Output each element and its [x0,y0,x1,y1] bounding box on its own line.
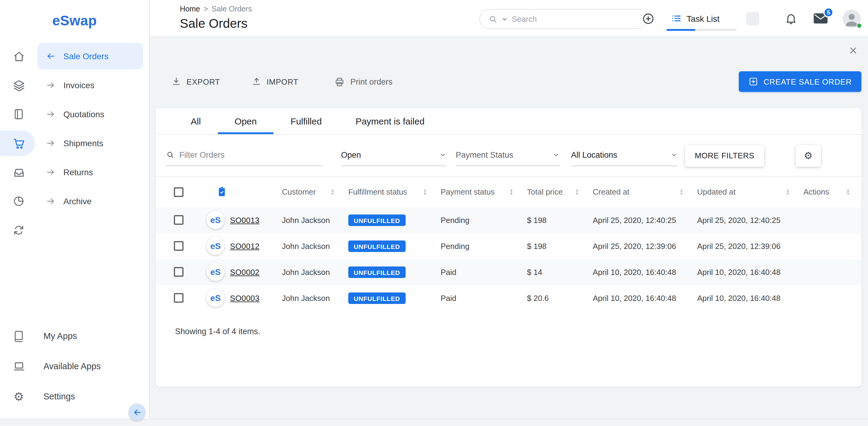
row-checkbox[interactable] [174,267,184,277]
orders-card: All Open Fulfilled Payment is failed Ope… [156,108,861,387]
task-list-label: Task List [687,13,719,23]
column-header-customer[interactable]: Customer▴▾ [279,188,346,197]
sidebar-item-label: Archive [63,196,91,206]
table-settings-button[interactable]: ⚙ [796,145,821,167]
arrow-right-icon [46,138,56,148]
create-sale-order-button[interactable]: CREATE SALE ORDER [739,71,861,92]
mail-badge: 5 [823,7,834,18]
export-button[interactable]: EXPORT [172,77,220,86]
create-sale-order-label: CREATE SALE ORDER [764,77,852,86]
import-label: IMPORT [267,77,298,86]
sidebar-item-invoices[interactable]: Invoices [0,71,149,100]
sort-icon[interactable]: ▴▾ [576,189,578,196]
sidebar-item-shipments[interactable]: Shipments [0,129,149,158]
order-link[interactable]: SO0002 [230,267,259,277]
payment-status-select[interactable]: Payment Status [456,145,560,166]
print-orders-button[interactable]: Print orders [335,77,393,87]
task-list-icon [670,13,682,24]
actions-cell [801,233,861,259]
messages-button[interactable]: 5 [813,12,828,25]
sidebar-item-available-apps[interactable]: Available Apps [0,351,149,381]
filter-orders-input[interactable] [179,150,323,159]
home-icon [12,50,25,62]
sidebar-item-settings[interactable]: ⚙ Settings [0,381,149,411]
sidebar-item-my-apps[interactable]: My Apps [0,321,149,351]
updated-at-cell: April 25, 2020, 12:40:25 [695,207,801,233]
total-price-cell: $ 198 [525,233,590,259]
eswap-logo: eSwap [52,13,97,29]
sidebar-item-archive[interactable]: Archive [0,187,149,216]
printer-icon [335,77,345,87]
status-select[interactable]: Open [341,145,446,166]
actions-cell [801,207,861,233]
order-link[interactable]: SO0013 [230,216,259,225]
arrow-right-icon [46,80,56,90]
created-at-cell: April 25, 2020, 12:39:06 [590,233,695,259]
sidebar-item-label: Sale Orders [63,51,108,61]
user-avatar[interactable] [843,9,861,28]
horizontal-scrollbar-track[interactable] [0,419,868,426]
select-all-checkbox[interactable] [174,187,184,197]
order-link[interactable]: SO0012 [230,242,259,251]
created-at-cell: April 10, 2020, 16:40:48 [590,259,695,285]
orders-toolbar: EXPORT IMPORT Print orders CREATE SALE O… [156,71,861,92]
sort-icon[interactable]: ▴▾ [786,189,789,196]
column-header-created[interactable]: Created at▴▾ [590,188,695,197]
sort-icon[interactable]: ▴▾ [424,189,426,196]
tab-all[interactable]: All [174,108,218,134]
apps-icon[interactable] [746,12,760,25]
column-header-total[interactable]: Total price▴▾ [525,188,590,197]
column-header-payment[interactable]: Payment status▴▾ [438,188,525,197]
sidebar-item-sale-orders[interactable]: Sale Orders [0,42,149,71]
chevron-down-icon[interactable] [502,16,508,22]
locations-select[interactable]: All Locations [571,145,677,166]
column-header-fulfillment[interactable]: Fulfillment status▴▾ [346,188,438,197]
sort-icon[interactable]: ▴▾ [331,189,334,196]
import-button[interactable]: IMPORT [251,77,298,86]
add-circle-icon[interactable] [641,12,655,25]
actions-cell [801,285,861,311]
created-at-cell: April 25, 2020, 12:40:25 [590,207,695,233]
payment-status-cell: Pending [438,233,525,259]
sidebar-item-returns[interactable]: Returns [0,158,149,187]
sort-icon[interactable]: ▴▾ [680,189,683,196]
breadcrumb: Home > Sale Orders [180,5,252,13]
table-row: eSSO0013 John Jackson UNFULFILLED Pendin… [156,207,861,233]
more-filters-button[interactable]: MORE FILTERS [685,145,764,167]
notifications-bell-icon[interactable] [785,12,797,25]
breadcrumb-home[interactable]: Home [180,5,200,13]
tab-open[interactable]: Open [218,108,273,134]
eswap-mark: eS [207,263,224,281]
tab-payment-failed[interactable]: Payment is failed [339,108,441,134]
sidebar-item-label: Settings [43,392,75,401]
main-content: EXPORT IMPORT Print orders CREATE SALE O… [150,37,868,426]
tab-fulfilled[interactable]: Fulfilled [274,108,339,134]
order-link[interactable]: SO0003 [230,293,259,303]
column-header-actions[interactable]: Actions▴▾ [801,188,861,197]
table-row: eSSO0003 John Jackson UNFULFILLED Paid $… [156,285,861,311]
fulfillment-status-badge: UNFULFILLED [348,266,405,278]
collapse-sidebar-button[interactable] [129,404,146,421]
sort-icon[interactable]: ▴▾ [847,189,849,196]
close-icon[interactable] [848,45,858,56]
task-list-button[interactable]: Task List [670,13,719,24]
table-header-row: Customer▴▾ Fulfillment status▴▾ Payment … [156,177,861,207]
sidebar-nav: Sale Orders Invoices [0,42,149,245]
chevron-down-icon [671,151,677,158]
column-header-updated[interactable]: Updated at▴▾ [695,188,801,197]
eswap-mark: eS [207,237,224,255]
row-checkbox[interactable] [174,241,184,251]
copy-orders-button[interactable] [204,187,279,197]
eswap-mark: eS [207,211,224,229]
app-window: eSwap Sale Orders [0,0,868,426]
sync-icon [13,224,25,236]
sidebar-item-sync[interactable] [0,216,149,245]
sidebar-item-label: Returns [63,167,93,177]
row-checkbox[interactable] [174,293,184,303]
row-checkbox[interactable] [174,215,184,225]
add-box-icon [748,77,758,86]
search-input[interactable] [512,15,639,24]
sort-icon[interactable]: ▴▾ [510,189,513,196]
sidebar-item-quotations[interactable]: Quotations [0,100,149,129]
payment-status-select-value: Payment Status [456,150,514,159]
